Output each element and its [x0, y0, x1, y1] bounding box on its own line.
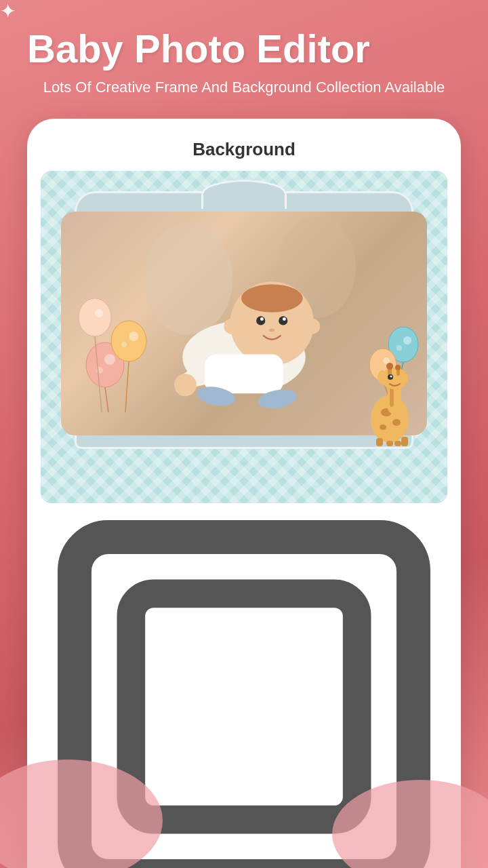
photo-frame[interactable]: .cloud-fill { fill: #7ec8d0; } .cloud-st… — [41, 171, 447, 503]
svg-point-26 — [95, 309, 103, 317]
svg-point-9 — [269, 328, 274, 332]
svg-point-6 — [279, 316, 287, 325]
svg-point-11 — [304, 318, 320, 334]
giraffe-sticker — [352, 311, 427, 449]
app-title: Baby Photo Editor — [27, 27, 461, 71]
svg-point-45 — [395, 365, 401, 370]
svg-point-5 — [256, 316, 265, 325]
app-subtitle: Lots Of Creative Frame And Background Co… — [27, 77, 461, 98]
svg-point-30 — [396, 345, 402, 351]
svg-line-20 — [105, 387, 108, 412]
svg-point-22 — [129, 332, 138, 341]
svg-rect-51 — [394, 441, 401, 446]
svg-point-25 — [79, 298, 111, 336]
card-title: Background — [41, 139, 447, 160]
header: Baby Photo Editor Lots Of Creative Frame… — [0, 0, 488, 112]
svg-point-48 — [378, 370, 387, 384]
svg-rect-52 — [401, 437, 408, 446]
svg-line-24 — [125, 361, 129, 412]
star-decoration-4: ✦ — [0, 0, 16, 22]
svg-point-38 — [380, 425, 386, 430]
bottom-cloud-decoration — [0, 746, 488, 868]
svg-rect-49 — [376, 438, 383, 446]
svg-rect-50 — [386, 441, 393, 446]
svg-point-47 — [390, 375, 392, 377]
svg-point-43 — [386, 363, 393, 370]
svg-point-29 — [403, 336, 411, 344]
svg-point-18 — [104, 354, 115, 365]
svg-point-37 — [392, 419, 401, 426]
svg-point-8 — [283, 317, 286, 321]
svg-point-21 — [111, 321, 146, 361]
svg-point-13 — [174, 374, 197, 396]
svg-point-10 — [224, 318, 239, 334]
balloons-left — [75, 277, 163, 415]
svg-rect-40 — [390, 387, 394, 407]
svg-point-23 — [121, 342, 127, 347]
svg-point-7 — [260, 317, 264, 321]
svg-point-4 — [241, 284, 303, 312]
